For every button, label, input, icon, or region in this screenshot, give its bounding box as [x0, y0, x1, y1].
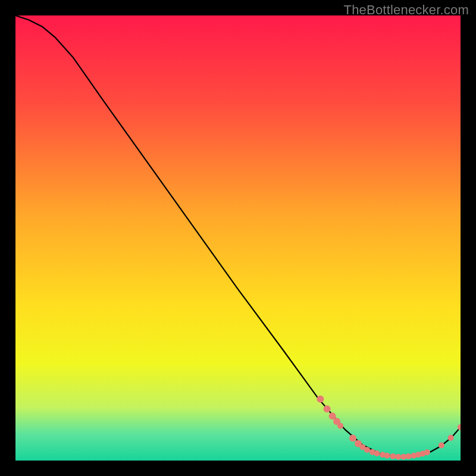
data-dot: [448, 435, 454, 441]
chart-svg: [15, 15, 461, 461]
data-dot: [337, 423, 343, 429]
data-dot: [317, 396, 324, 403]
watermark-text: TheBottlenecker.com: [344, 2, 469, 18]
data-dot: [405, 453, 411, 459]
data-dot: [390, 453, 396, 459]
data-dot: [374, 450, 380, 456]
gradient-background: [15, 15, 461, 461]
plot-area: [15, 15, 461, 461]
data-dot: [424, 449, 430, 455]
chart-container: TheBottlenecker.com: [0, 0, 476, 476]
data-dot: [384, 453, 390, 459]
data-dot: [349, 435, 356, 442]
data-dot: [395, 454, 401, 460]
data-dot: [439, 443, 444, 449]
data-dot: [364, 447, 370, 453]
data-dot: [324, 405, 331, 412]
